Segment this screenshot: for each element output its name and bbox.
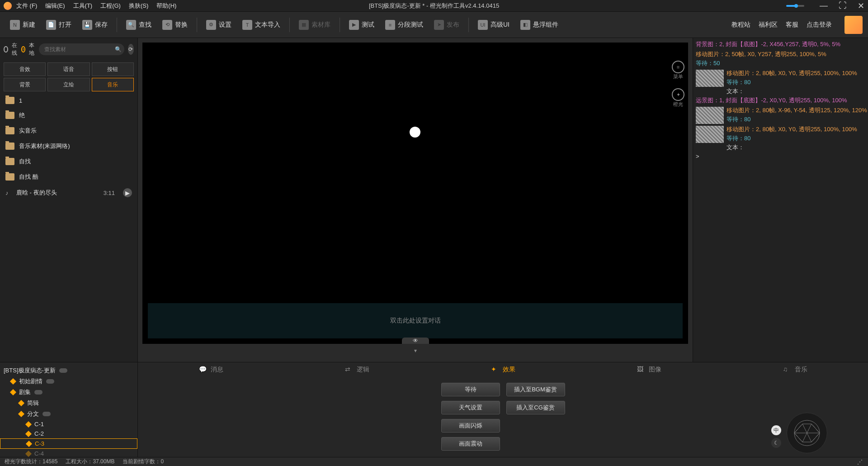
asset-search-input[interactable] — [42, 46, 115, 52]
folder-item[interactable]: 自找 酷 — [0, 169, 137, 185]
script-line[interactable]: 移动图片：2, 80帧, X-96, Y-54, 透明125, 120%, 12… — [726, 106, 867, 115]
atab-image[interactable]: 🖼图像 — [576, 362, 722, 376]
tree-item[interactable]: C-1 — [0, 419, 137, 429]
tb-adv-ui[interactable]: UI高级UI — [473, 17, 514, 33]
resize-grip-icon[interactable]: ⋰ — [857, 459, 863, 465]
collapse-chevron-icon[interactable]: ▾ — [414, 347, 417, 354]
radio-local[interactable] — [21, 46, 26, 52]
script-line[interactable]: 等待：50 — [696, 59, 865, 68]
atab-effect[interactable]: ✦效果 — [430, 362, 576, 376]
script-line[interactable]: 文本： — [726, 87, 865, 96]
radio-online[interactable] — [4, 46, 8, 52]
script-line[interactable]: 移动图片：2, 80帧, X0, Y0, 透明255, 100%, 100% — [726, 125, 865, 134]
script-line[interactable]: 移动图片：2, 80帧, X0, Y0, 透明255, 100%, 100% — [726, 69, 865, 78]
tab-portrait[interactable]: 立绘 — [47, 78, 90, 91]
tab-music[interactable]: 音乐 — [92, 78, 134, 91]
folder-item[interactable]: 音乐素材(来源网络) — [0, 138, 137, 154]
link-support[interactable]: 客服 — [786, 21, 798, 29]
tb-assets[interactable]: ▦素材库 — [294, 17, 335, 33]
music-item[interactable]: ♪ 鹿晗 - 夜的尽头 3:11 ▶ — [0, 185, 137, 201]
tb-search[interactable]: 🔍查找 — [122, 17, 156, 33]
tb-settings[interactable]: ⚙设置 — [202, 17, 236, 33]
tree-item[interactable]: 剧集 — [0, 387, 137, 398]
tb-segment-test[interactable]: ≡分段测试 — [381, 17, 428, 33]
tab-button[interactable]: 按钮 — [92, 62, 134, 76]
atab-message[interactable]: 💬消息 — [138, 362, 284, 376]
folder-item[interactable]: 实音乐 — [0, 123, 137, 138]
stage-menu-button[interactable]: ≡ 菜单 — [672, 61, 684, 80]
script-line[interactable]: 背景图：2, 封面【底图】-2, X456,Y257, 透明0, 5%, 5% — [696, 40, 865, 49]
menu-file[interactable]: 文件 (F) — [16, 2, 37, 10]
atab-music[interactable]: ♫音乐 — [722, 362, 868, 376]
menu-edit[interactable]: 编辑(E) — [45, 2, 65, 10]
tb-test[interactable]: ▶测试 — [344, 17, 379, 33]
visibility-toggle[interactable] — [59, 368, 67, 373]
script-line[interactable]: 文本： — [726, 143, 865, 152]
tb-replace[interactable]: ⟲替换 — [158, 17, 192, 33]
stage-brand-button[interactable]: ✦ 橙光 — [672, 88, 684, 108]
btn-flash[interactable]: 画面闪烁 — [441, 419, 500, 433]
atab-logic[interactable]: ⇄逻辑 — [284, 362, 430, 376]
script-line[interactable]: 移动图片：2, 50帧, X0, Y257, 透明255, 100%, 5% — [696, 50, 865, 59]
visibility-toggle[interactable] — [46, 379, 54, 384]
link-tutorial[interactable]: 教程站 — [731, 21, 750, 29]
btn-shake[interactable]: 画面震动 — [441, 437, 500, 451]
preview-stage[interactable]: ≡ 菜单 ✦ 橙光 双击此处设置对话 👁 — [142, 43, 688, 344]
script-thumbnail[interactable] — [696, 126, 724, 143]
tb-publish[interactable]: ➤发布 — [429, 17, 464, 33]
script-thumbnail[interactable] — [696, 107, 724, 124]
tb-save[interactable]: 💾保存 — [78, 17, 112, 33]
asset-search[interactable]: 🔍 — [39, 43, 124, 55]
tab-bg[interactable]: 背景 — [4, 78, 46, 91]
folder-item[interactable]: 绝 — [0, 108, 137, 123]
dialog-box[interactable]: 双击此处设置对话 — [148, 303, 683, 338]
visibility-toggle[interactable] — [42, 412, 51, 416]
minimize-button[interactable]: — — [820, 1, 828, 10]
menu-skin[interactable]: 换肤(S) — [129, 2, 148, 10]
music-play-button[interactable]: ▶ — [123, 188, 132, 197]
script-line[interactable]: 等待：80 — [726, 78, 865, 87]
script-line[interactable]: 等待：80 — [726, 134, 865, 143]
btn-insert-bgm[interactable]: 插入至BGM鉴赏 — [506, 383, 565, 396]
tree-item[interactable]: 简辑 — [0, 398, 137, 409]
script-line[interactable]: 远景图：1, 封面【底图】-2, X0,Y0, 透明255, 100%, 100… — [696, 96, 865, 105]
tree-root[interactable]: [BTS]极度病态-更新 — [0, 365, 137, 376]
menu-project[interactable]: 工程(G) — [100, 2, 121, 10]
search-go-icon[interactable]: 🔍 — [115, 46, 122, 52]
btn-insert-cg[interactable]: 插入至CG鉴赏 — [506, 401, 565, 414]
tree-item[interactable]: C-2 — [0, 429, 137, 438]
user-avatar[interactable] — [844, 16, 863, 34]
script-line[interactable]: 等待：80 — [726, 115, 867, 124]
tree-item[interactable]: C-4 — [0, 449, 137, 457]
script-thumbnail[interactable] — [696, 70, 724, 87]
folder-icon — [5, 112, 14, 119]
script-cursor[interactable]: > — [696, 152, 865, 161]
folder-item[interactable]: 自找 — [0, 154, 137, 169]
btn-weather[interactable]: 天气设置 — [441, 401, 500, 414]
link-login[interactable]: 点击登录 — [807, 21, 832, 29]
tb-open[interactable]: 📄打开 — [42, 17, 76, 33]
lang-toggle[interactable]: 中 — [771, 425, 781, 435]
geo-widget[interactable] — [787, 413, 827, 453]
theme-toggle[interactable]: ☾ — [771, 438, 781, 448]
tb-new[interactable]: N新建 — [5, 17, 40, 33]
toggle-dialog-visibility[interactable]: 👁 — [402, 338, 429, 344]
volume-slider[interactable] — [786, 5, 804, 7]
maximize-button[interactable]: ⛶ — [839, 1, 847, 10]
tab-sfx[interactable]: 音效 — [4, 62, 46, 76]
tb-floating[interactable]: ◧悬浮组件 — [516, 17, 563, 33]
folder-item[interactable]: 1 — [0, 93, 137, 108]
tree-item[interactable]: 分文 — [0, 409, 137, 419]
tree-item[interactable]: 初始剧情 — [0, 376, 137, 387]
menu-tools[interactable]: 工具(T) — [73, 2, 93, 10]
visibility-toggle[interactable] — [34, 390, 42, 395]
tab-voice[interactable]: 语音 — [47, 62, 90, 76]
link-welfare[interactable]: 福利区 — [759, 21, 778, 29]
close-button[interactable]: ✕ — [858, 1, 864, 11]
btn-wait[interactable]: 等待 — [441, 383, 500, 396]
tree-item-selected[interactable]: C-3 — [0, 438, 137, 449]
brand-icon: ✦ — [672, 88, 684, 101]
menu-help[interactable]: 帮助(H) — [156, 2, 176, 10]
tb-text-import[interactable]: T文本导入 — [238, 17, 285, 33]
refresh-button[interactable]: ⟳ — [128, 44, 134, 55]
